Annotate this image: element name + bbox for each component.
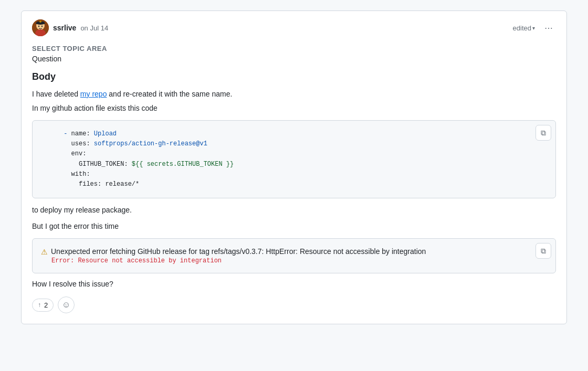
copy-code-button[interactable]: ⧉	[536, 125, 551, 141]
body-heading: Body	[32, 71, 556, 82]
post-date: on Jul 14	[80, 24, 108, 32]
copy-error-button[interactable]: ⧉	[536, 243, 551, 259]
code-dash: -	[41, 130, 71, 137]
avatar-image	[32, 19, 49, 36]
code-block-wrapper: - name: Upload uses: softprops/action-gh…	[32, 120, 556, 198]
post-container: ssrlive on Jul 14 edited ▾ ⋯ Select Topi…	[21, 10, 567, 324]
vote-button[interactable]: ↑ 2	[32, 299, 54, 312]
select-topic-label: Select Topic Area	[32, 45, 556, 52]
error-block-wrapper: ⚠ Unexpected error fetching GitHub relea…	[32, 238, 556, 273]
code-uses-val: softprops/action-gh-release@v1	[94, 140, 207, 147]
body-section: Body I have deleted my repo and re-creat…	[32, 71, 556, 313]
vote-count: 2	[44, 301, 48, 309]
body-paragraph-1: I have deleted my repo and re-created it…	[32, 89, 556, 100]
closing-question: How I resolve this issue?	[32, 280, 556, 288]
edited-label: edited	[513, 24, 531, 32]
code-uses-key: uses:	[41, 140, 94, 147]
select-topic-value: Question	[32, 55, 556, 63]
post-footer: ↑ 2 ☺	[32, 296, 556, 313]
post-header-left: ssrlive on Jul 14	[32, 19, 108, 36]
code-name-val: Upload	[94, 130, 117, 137]
code-name-key: name:	[71, 130, 94, 137]
code-files-key: files:	[41, 181, 105, 188]
username[interactable]: ssrlive	[53, 24, 76, 32]
edited-dropdown[interactable]: edited ▾	[511, 23, 537, 33]
error-line-1: ⚠ Unexpected error fetching GitHub relea…	[41, 247, 530, 256]
more-options-button[interactable]: ⋯	[541, 20, 556, 35]
body-paragraph-2: In my github action file exists this cod…	[32, 103, 556, 114]
my-repo-link[interactable]: my repo	[80, 90, 107, 98]
code-with-key: with:	[41, 171, 90, 178]
error-text-main: Unexpected error fetching GitHub release…	[51, 247, 426, 256]
svg-point-7	[41, 26, 43, 27]
post-header: ssrlive on Jul 14 edited ▾ ⋯	[32, 19, 556, 36]
code-github-token-key: GITHUB_TOKEN:	[41, 161, 132, 168]
emoji-reaction-button[interactable]: ☺	[58, 296, 75, 313]
body-error-intro: But I got the error this time	[32, 221, 556, 232]
avatar	[32, 19, 49, 36]
svg-point-6	[38, 26, 39, 27]
body-text-before-link: I have deleted	[32, 90, 80, 98]
error-line-2: Error: Resource not accessible by integr…	[51, 257, 530, 264]
smiley-icon: ☺	[62, 300, 70, 310]
code-files-val: release/*	[105, 181, 139, 188]
body-text-after-code: to deploy my release package.	[32, 205, 556, 216]
select-topic-section: Select Topic Area Question	[32, 45, 556, 63]
copy-icon: ⧉	[541, 129, 546, 137]
vote-arrow-icon: ↑	[38, 301, 41, 309]
post-header-right: edited ▾ ⋯	[511, 20, 556, 35]
code-block: - name: Upload uses: softprops/action-gh…	[41, 129, 530, 189]
error-text-secondary: Error: Resource not accessible by integr…	[51, 257, 222, 264]
chevron-down-icon: ▾	[532, 25, 535, 31]
body-text-after-link: and re-created it with the same name.	[107, 90, 232, 98]
copy-error-icon: ⧉	[541, 247, 546, 256]
warning-icon: ⚠	[41, 248, 48, 256]
code-github-token-val: ${{ secrets.GITHUB_TOKEN }}	[132, 161, 234, 168]
code-env-key: env:	[41, 150, 86, 157]
more-icon: ⋯	[544, 23, 553, 33]
svg-point-5	[39, 20, 41, 23]
